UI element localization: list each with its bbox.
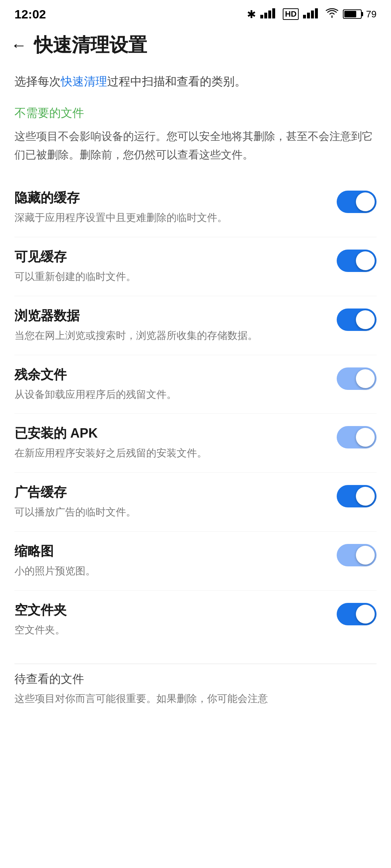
- battery-icon: [343, 9, 362, 19]
- section1-title: 不需要的文件: [14, 105, 377, 121]
- setting-desc-3: 从设备卸载应用程序后的残留文件。: [14, 387, 326, 403]
- back-button[interactable]: ←: [11, 37, 27, 53]
- wifi-icon: [325, 8, 339, 21]
- intro-text-after: 过程中扫描和查看的类别。: [107, 75, 246, 88]
- setting-name-3: 残余文件: [14, 366, 326, 384]
- toggle-hidden-cache[interactable]: [337, 191, 377, 213]
- toggle-knob-5: [356, 487, 375, 506]
- setting-name-0: 隐藏的缓存: [14, 189, 326, 207]
- toggle-knob-7: [356, 605, 375, 624]
- setting-name-2: 浏览器数据: [14, 307, 326, 325]
- setting-item-residual-files: 残余文件 从设备卸载应用程序后的残留文件。: [14, 355, 377, 414]
- settings-list: 隐藏的缓存 深藏于应用程序设置中且更难删除的临时文件。 可见缓存 可以重新创建的…: [14, 178, 377, 649]
- toggle-knob-2: [356, 310, 375, 329]
- toggle-installed-apk[interactable]: [337, 426, 377, 448]
- setting-desc-5: 可以播放广告的临时文件。: [14, 504, 326, 520]
- intro-text: 选择每次快速清理过程中扫描和查看的类别。: [14, 72, 377, 91]
- setting-item-browser-data: 浏览器数据 当您在网上浏览或搜索时，浏览器所收集的存储数据。: [14, 296, 377, 355]
- setting-item-visible-cache: 可见缓存 可以重新创建的临时文件。: [14, 237, 377, 296]
- toggle-thumbnails[interactable]: [337, 544, 377, 566]
- svg-rect-1: [264, 13, 267, 18]
- setting-desc-0: 深藏于应用程序设置中且更难删除的临时文件。: [14, 210, 326, 226]
- toggle-residual-files[interactable]: [337, 367, 377, 390]
- battery-level: 79: [366, 9, 377, 20]
- bluetooth-icon: ✱: [247, 8, 256, 21]
- toggle-visible-cache[interactable]: [337, 250, 377, 272]
- setting-item-thumbnails: 缩略图 小的照片预览图。: [14, 532, 377, 591]
- setting-item-empty-folders: 空文件夹 空文件夹。: [14, 591, 377, 649]
- main-content: 选择每次快速清理过程中扫描和查看的类别。 不需要的文件 这些项目不会影响设备的运…: [0, 65, 391, 714]
- setting-name-1: 可见缓存: [14, 248, 326, 266]
- status-time: 12:02: [14, 7, 46, 21]
- setting-item-installed-apk: 已安装的 APK 在新应用程序安装好之后残留的安装文件。: [14, 414, 377, 473]
- page-title: 快速清理设置: [34, 33, 147, 58]
- setting-desc-1: 可以重新创建的临时文件。: [14, 269, 326, 285]
- section2-title: 待查看的文件: [14, 671, 377, 687]
- setting-name-5: 广告缓存: [14, 484, 326, 501]
- setting-name-4: 已安装的 APK: [14, 425, 326, 442]
- setting-item-hidden-cache: 隐藏的缓存 深藏于应用程序设置中且更难删除的临时文件。: [14, 178, 377, 237]
- intro-text-before: 选择每次: [14, 75, 61, 88]
- svg-rect-5: [307, 13, 310, 18]
- toggle-browser-data[interactable]: [337, 309, 377, 331]
- setting-name-6: 缩略图: [14, 542, 326, 560]
- toggle-knob-1: [356, 251, 375, 270]
- toggle-knob-6: [356, 546, 375, 565]
- setting-desc-7: 空文件夹。: [14, 622, 326, 638]
- toggle-knob-0: [356, 192, 375, 211]
- svg-rect-2: [268, 10, 271, 18]
- toggle-knob-4: [356, 428, 375, 447]
- svg-rect-4: [303, 15, 306, 18]
- intro-highlight: 快速清理: [61, 75, 107, 88]
- header: ← 快速清理设置: [0, 25, 391, 65]
- svg-rect-7: [315, 8, 318, 18]
- section1-desc: 这些项目不会影响设备的运行。您可以安全地将其删除，甚至不会注意到它们已被删除。删…: [14, 127, 377, 164]
- setting-name-7: 空文件夹: [14, 601, 326, 619]
- svg-rect-3: [272, 8, 275, 18]
- setting-desc-4: 在新应用程序安装好之后残留的安装文件。: [14, 445, 326, 461]
- section2: 待查看的文件 这些项目对你而言可能很重要。如果删除，你可能会注意: [14, 664, 377, 707]
- svg-rect-6: [311, 10, 314, 18]
- toggle-ad-cache[interactable]: [337, 485, 377, 507]
- section2-desc: 这些项目对你而言可能很重要。如果删除，你可能会注意: [14, 691, 377, 707]
- svg-rect-0: [260, 15, 263, 18]
- toggle-knob-3: [356, 369, 375, 388]
- setting-desc-6: 小的照片预览图。: [14, 563, 326, 579]
- status-bar: 12:02 ✱ HD: [0, 0, 391, 25]
- setting-desc-2: 当您在网上浏览或搜索时，浏览器所收集的存储数据。: [14, 328, 326, 344]
- status-icons: ✱ HD: [247, 8, 377, 21]
- setting-item-ad-cache: 广告缓存 可以播放广告的临时文件。: [14, 473, 377, 532]
- signal2-icon: [303, 8, 321, 21]
- hd-icon: HD: [283, 8, 299, 20]
- toggle-empty-folders[interactable]: [337, 603, 377, 625]
- signal-icon: [260, 8, 278, 21]
